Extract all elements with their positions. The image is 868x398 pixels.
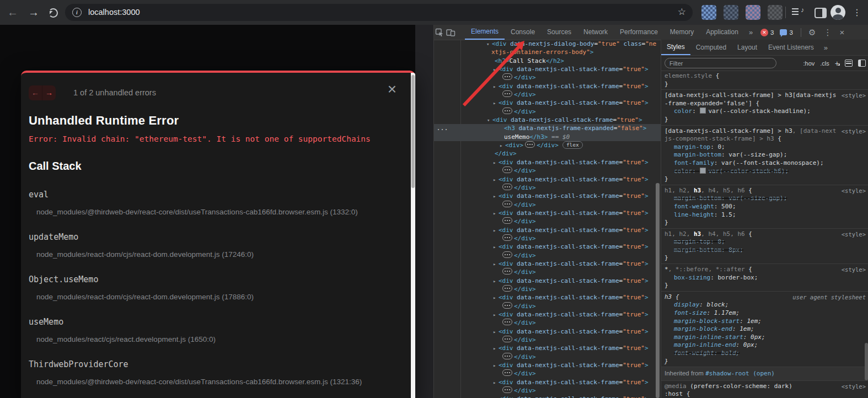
ellipsis-icon[interactable]: [502, 184, 512, 190]
ellipsis-icon[interactable]: [502, 217, 512, 224]
css-rule[interactable]: h1, h2, h3, h4, h5, h6 {<style>margin-bo…: [661, 185, 868, 229]
tree-node-line[interactable]: </div>: [434, 319, 661, 327]
tree-node-line[interactable]: </div>: [434, 302, 661, 310]
devtools-close-icon[interactable]: ×: [835, 25, 848, 40]
ellipsis-icon[interactable]: [502, 234, 512, 241]
css-property[interactable]: color: var(--color-stack-h6);: [665, 168, 866, 176]
devtools-menu-icon[interactable]: ⋮: [819, 25, 835, 40]
css-property[interactable]: margin-top: 0;: [665, 238, 866, 246]
rule-origin-link[interactable]: <style>: [842, 230, 866, 239]
tree-node-line[interactable]: </div>: [434, 251, 661, 260]
tree-scrollbar-thumb[interactable]: [656, 183, 660, 398]
toggle-class-button[interactable]: .cls: [820, 60, 829, 67]
css-rule[interactable]: [data-nextjs-call-stack-frame] > h3, [da…: [661, 126, 868, 185]
css-property[interactable]: font-weight: 500;: [665, 203, 866, 211]
tree-node-line[interactable]: ▸<div data-nextjs-call-stack-frame="true…: [434, 277, 661, 285]
css-property[interactable]: margin-block-end: 1em;: [665, 325, 866, 334]
tree-node-line[interactable]: ▸<div data-nextjs-call-stack-frame="true…: [434, 99, 661, 107]
css-rule[interactable]: h1, h2, h3, h4, h5, h6 {<style>margin-to…: [661, 229, 868, 264]
side-panel-icon[interactable]: [815, 8, 827, 18]
tree-node-line[interactable]: </div>: [434, 149, 661, 158]
css-rule[interactable]: [data-nextjs-call-stack-frame] > h3[data…: [661, 90, 868, 125]
tree-node-line[interactable]: </div>: [434, 166, 661, 175]
ellipsis-icon[interactable]: [502, 90, 512, 97]
css-rule[interactable]: *, *::before, *::after {<style>box-sizin…: [661, 264, 868, 292]
ellipsis-icon[interactable]: [502, 369, 512, 376]
dialog-scrollbar-thumb[interactable]: [411, 75, 415, 188]
tree-node-line[interactable]: ▸<div data-nextjs-call-stack-frame="true…: [434, 310, 661, 319]
url-text[interactable]: localhost:3000: [88, 4, 140, 21]
tree-node-line[interactable]: </div>: [434, 285, 661, 293]
forward-icon[interactable]: →: [25, 0, 42, 25]
reload-icon[interactable]: [49, 8, 58, 18]
tree-node-line[interactable]: </div>: [434, 386, 661, 395]
rendering-emulation-icon[interactable]: [845, 60, 853, 67]
devtools-tab-sources[interactable]: Sources: [541, 25, 577, 40]
rule-origin-link[interactable]: <style>: [842, 187, 866, 195]
css-rule[interactable]: element.style {}: [661, 71, 868, 90]
inspect-element-icon[interactable]: [434, 25, 445, 40]
device-toolbar-icon[interactable]: [445, 25, 456, 40]
shadow-root-link[interactable]: #shadow-root (open): [705, 370, 775, 377]
node-options-icon[interactable]: ...: [437, 124, 448, 132]
css-property[interactable]: font-weight: bold;: [665, 349, 866, 358]
devtools-tab-application[interactable]: Application: [700, 25, 744, 40]
ellipsis-icon[interactable]: [502, 166, 512, 173]
ellipsis-icon[interactable]: [502, 107, 512, 114]
styles-tab-event-listeners[interactable]: Event Listeners: [763, 40, 819, 55]
css-property[interactable]: margin-bottom: var(--size-gap);: [665, 151, 866, 159]
tree-node-line[interactable]: ▸<div data-nextjs-call-stack-frame="true…: [434, 361, 661, 369]
rule-origin-link[interactable]: <style>: [842, 127, 866, 136]
ellipsis-icon[interactable]: [502, 268, 512, 275]
ellipsis-icon[interactable]: [502, 353, 512, 359]
css-rule[interactable]: h3 {user agent stylesheetdisplay: block;…: [661, 292, 868, 367]
css-property[interactable]: margin-inline-end: 0px;: [665, 341, 866, 349]
ellipsis-icon[interactable]: [502, 319, 512, 325]
more-tabs-icon[interactable]: »: [744, 25, 757, 40]
color-swatch[interactable]: [700, 107, 706, 114]
styles-more-tabs-icon[interactable]: »: [819, 40, 832, 55]
css-property[interactable]: box-sizing: border-box;: [665, 274, 866, 282]
tree-node-line[interactable]: ▸<div data-nextjs-call-stack-frame="true…: [434, 378, 661, 386]
tree-node-line[interactable]: ▸<div data-nextjs-call-stack-frame="true…: [434, 344, 661, 352]
extension-2[interactable]: [724, 5, 738, 20]
tree-node-line[interactable]: </div>: [434, 90, 661, 99]
css-property[interactable]: font-size: 1.17em;: [665, 309, 866, 318]
css-property[interactable]: font-family: var(--font-stack-monospace)…: [665, 159, 866, 168]
browser-menu-icon[interactable]: ⋮: [851, 0, 862, 25]
console-errors-icon[interactable]: ✕: [760, 29, 768, 36]
tree-node-line[interactable]: ▸<div data-nextjs-call-stack-frame="true…: [434, 175, 661, 184]
extension-3[interactable]: [746, 5, 760, 20]
devtools-tab-elements[interactable]: Elements: [465, 25, 505, 40]
media-controls-icon[interactable]: ♪: [792, 7, 803, 17]
tree-node-line[interactable]: ▸<div data-nextjs-call-stack-frame="true…: [434, 82, 661, 90]
tree-node-line[interactable]: </div>: [434, 353, 661, 361]
tree-node-line[interactable]: ▸<div data-nextjs-call-stack-frame="true…: [434, 65, 661, 73]
css-rules-list[interactable]: element.style {}[data-nextjs-call-stack-…: [661, 71, 868, 398]
css-property[interactable]: margin-bottom: 8px;: [665, 246, 866, 255]
styles-tab-layout[interactable]: Layout: [732, 40, 763, 55]
elements-dom-tree[interactable]: ▾<div data-nextjs-dialog-body="true" cla…: [434, 40, 661, 398]
tree-node-line[interactable]: ▸<div data-nextjs-call-stack-frame="true…: [434, 243, 661, 251]
devtools-tab-performance[interactable]: Performance: [614, 25, 664, 40]
previous-error-button[interactable]: ←: [29, 85, 42, 100]
styles-tab-styles[interactable]: Styles: [661, 40, 690, 55]
ellipsis-icon[interactable]: [502, 73, 512, 80]
tree-node-line[interactable]: </div>: [434, 336, 661, 344]
extension-4[interactable]: [768, 5, 783, 20]
rule-origin-link[interactable]: <style>: [842, 92, 866, 100]
rule-origin-link[interactable]: <style>: [842, 266, 866, 274]
css-property[interactable]: margin-inline-start: 0px;: [665, 334, 866, 342]
tree-node-line[interactable]: </div>: [434, 369, 661, 378]
devtools-tab-memory[interactable]: Memory: [664, 25, 700, 40]
profile-avatar[interactable]: [831, 5, 845, 20]
tree-node-line[interactable]: ▸<div data-nextjs-call-stack-frame="true…: [434, 192, 661, 200]
site-info-icon[interactable]: i: [72, 8, 82, 17]
devtools-tab-network[interactable]: Network: [577, 25, 614, 40]
toggle-hover-state-button[interactable]: :hov: [803, 60, 815, 67]
tree-node-line[interactable]: xtjs-container-errors-body">: [434, 48, 661, 56]
ellipsis-icon[interactable]: [502, 201, 512, 207]
back-icon[interactable]: ←: [4, 0, 21, 25]
tree-node-line[interactable]: </div>: [434, 107, 661, 116]
ellipsis-icon[interactable]: [502, 251, 512, 258]
